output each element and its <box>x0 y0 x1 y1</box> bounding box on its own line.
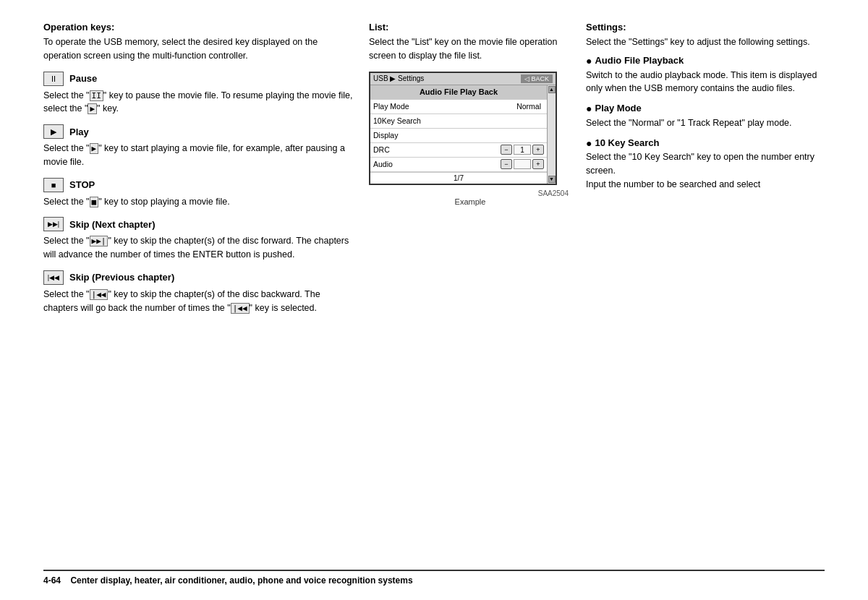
page-footer: 4-64 Center display, heater, air conditi… <box>43 570 825 586</box>
bullet-audio-label: Audio File Playback <box>595 55 684 66</box>
bullet-audio-file-playback: ● Audio File Playback Switch to the audi… <box>586 55 825 95</box>
left-column: Operation keys: To operate the USB memor… <box>43 22 354 562</box>
stop-key-item: ■ STOP Select the "■" key to stop playin… <box>43 178 354 209</box>
skip-next-key-item: ▶▶| Skip (Next chapter) Select the "▶▶|"… <box>43 217 354 262</box>
pause-label: Pause <box>69 73 97 84</box>
footer-text: Center display, heater, air conditioner,… <box>70 575 412 586</box>
device-drc-label: DRC <box>373 145 501 154</box>
pause-key-item: II Pause Select the "II" key to pause th… <box>43 72 354 116</box>
audio-minus-btn[interactable]: − <box>501 159 512 169</box>
device-screen: USB ▶ Settings ◁ BACK Audio File Play Ba… <box>369 72 557 185</box>
bullet-play-mode-title: ● Play Mode <box>586 103 825 115</box>
back-button-label: ◁ BACK <box>524 75 549 82</box>
bullet-10key-text: Select the "10 Key Search" key to open t… <box>586 150 825 178</box>
stop-icon: ■ <box>43 178 64 192</box>
bullet-10key-label: 10 Key Search <box>595 137 659 148</box>
device-audio-content: Audio − + <box>370 158 547 171</box>
device-page-indicator: 1/7 <box>370 172 547 184</box>
play-icon: ▶ <box>43 124 64 139</box>
skip-next-desc: Select the "▶▶|" key to skip the chapter… <box>43 234 354 262</box>
drc-value: 1 <box>514 145 531 155</box>
stop-header: ■ STOP <box>43 178 354 192</box>
device-audio-row[interactable]: Audio − + <box>370 158 547 172</box>
device-header: USB ▶ Settings ◁ BACK <box>370 73 556 85</box>
device-display-content: Display <box>370 129 547 141</box>
device-drc-controls: − 1 + <box>501 145 544 155</box>
skip-prev-key-item: |◀◀ Skip (Previous chapter) Select the "… <box>43 270 354 315</box>
bullet-dot-2: ● <box>586 103 592 115</box>
back-button[interactable]: ◁ BACK <box>521 74 553 83</box>
device-audio-label: Audio <box>373 160 501 168</box>
device-play-mode-label: Play Mode <box>373 102 514 111</box>
device-play-mode-value: Normal <box>514 102 544 111</box>
skip-prev-label: Skip (Previous chapter) <box>69 272 174 283</box>
right-column: Settings: Select the "Settings" key to a… <box>586 22 825 562</box>
operation-keys-title: Operation keys: <box>43 22 354 33</box>
device-title: Audio File Play Back <box>420 87 498 96</box>
device-display-label: Display <box>373 131 544 140</box>
bullet-play-mode: ● Play Mode Select the "Normal" or "1 Tr… <box>586 103 825 130</box>
play-label: Play <box>69 127 89 137</box>
pause-icon: II <box>43 72 64 86</box>
device-rows: Audio File Play Back Play Mode Normal <box>370 85 547 184</box>
audio-plus-btn[interactable]: + <box>532 159 544 169</box>
page-number: 4-64 <box>43 575 61 586</box>
skip-prev-header: |◀◀ Skip (Previous chapter) <box>43 270 354 285</box>
device-header-path: USB ▶ Settings <box>373 74 424 82</box>
device-content: Audio File Play Back Play Mode Normal <box>370 85 556 184</box>
skip-prev-icon: |◀◀ <box>43 270 64 285</box>
bullet-dot-3: ● <box>586 137 592 150</box>
device-drc-row[interactable]: DRC − 1 + <box>370 143 547 158</box>
device-10key-content: 10Key Search <box>370 115 547 127</box>
pause-header: II Pause <box>43 72 354 86</box>
main-content: Operation keys: To operate the USB memor… <box>43 22 825 562</box>
drc-plus-btn[interactable]: + <box>532 145 544 155</box>
device-play-mode-row[interactable]: Play Mode Normal <box>370 100 547 114</box>
scroll-down-btn[interactable]: ▼ <box>548 176 556 183</box>
example-label: Example <box>369 197 571 206</box>
device-scrollbar: ▲ ▼ <box>547 85 556 184</box>
drc-minus-btn[interactable]: − <box>501 145 512 155</box>
operation-keys-desc: To operate the USB memory, select the de… <box>43 35 354 63</box>
device-title-row: Audio File Play Back <box>370 85 547 100</box>
bullet-dot-1: ● <box>586 55 592 67</box>
play-key-item: ▶ Play Select the "▶" key to start playi… <box>43 124 354 169</box>
device-audio-controls: − + <box>501 159 544 169</box>
saa-code: SAA2504 <box>369 189 571 197</box>
bullet-audio-title: ● Audio File Playback <box>586 55 825 67</box>
stop-desc: Select the "■" key to stop playing a mov… <box>43 195 354 209</box>
device-play-mode-content: Play Mode Normal <box>370 100 547 112</box>
skip-prev-desc: Select the "|◀◀" key to skip the chapter… <box>43 288 354 315</box>
play-header: ▶ Play <box>43 124 354 139</box>
skip-next-header: ▶▶| Skip (Next chapter) <box>43 217 354 231</box>
device-drc-content: DRC − 1 + <box>370 143 547 156</box>
bullet-play-mode-text: Select the "Normal" or "1 Track Repeat" … <box>586 116 825 130</box>
pause-desc: Select the "II" key to pause the movie f… <box>43 89 354 116</box>
operation-keys-section: Operation keys: To operate the USB memor… <box>43 22 354 63</box>
device-10key-label: 10Key Search <box>373 116 544 125</box>
audio-value <box>514 159 531 169</box>
settings-intro: Select the "Settings" key to adjust the … <box>586 35 825 49</box>
bullet-10key-search: ● 10 Key Search Select the "10 Key Searc… <box>586 137 825 192</box>
bullet-audio-text: Switch to the audio playback mode. This … <box>586 69 825 96</box>
skip-next-icon: ▶▶| <box>43 217 64 231</box>
middle-column: List: Select the "List" key on the movie… <box>369 22 571 562</box>
skip-next-label: Skip (Next chapter) <box>69 219 155 230</box>
list-desc: Select the "List" key on the movie file … <box>369 35 571 63</box>
play-desc: Select the "▶" key to start playing a mo… <box>43 142 354 169</box>
scroll-up-btn[interactable]: ▲ <box>548 86 556 93</box>
settings-title: Settings: <box>586 22 825 33</box>
bullet-10key-text2: Input the number to be searched and sele… <box>586 178 825 192</box>
bullet-10key-title: ● 10 Key Search <box>586 137 825 150</box>
page: Operation keys: To operate the USB memor… <box>0 0 868 600</box>
list-title: List: <box>369 22 571 33</box>
device-10key-row[interactable]: 10Key Search <box>370 114 547 129</box>
stop-label: STOP <box>69 179 95 190</box>
bullet-play-mode-label: Play Mode <box>595 103 641 113</box>
device-display-row[interactable]: Display <box>370 129 547 143</box>
